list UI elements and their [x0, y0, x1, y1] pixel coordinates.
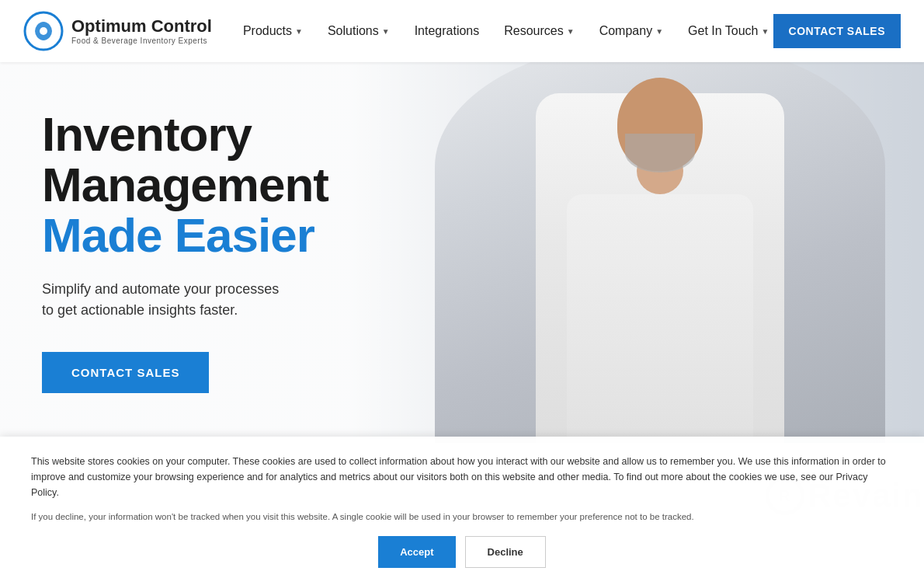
- hero-title: Inventory Management Made Easier: [42, 109, 415, 260]
- cookie-main-text: This website stores cookies on your comp…: [31, 454, 893, 500]
- nav-resources[interactable]: Resources ▼: [504, 24, 574, 38]
- nav-get-in-touch[interactable]: Get In Touch ▼: [688, 24, 769, 38]
- chevron-down-icon: ▼: [382, 27, 390, 36]
- chevron-down-icon: ▼: [761, 27, 769, 36]
- nav-links: Products ▼ Solutions ▼ Integrations Reso…: [243, 24, 773, 38]
- navbar: Optimum Control Food & Beverage Inventor…: [0, 0, 924, 62]
- cookie-accept-button[interactable]: Accept: [378, 536, 455, 568]
- hero-chef-image: [435, 62, 885, 443]
- cookie-decline-button[interactable]: Decline: [465, 536, 546, 568]
- hero-content: Inventory Management Made Easier Simplif…: [42, 109, 415, 393]
- nav-integrations[interactable]: Integrations: [415, 24, 480, 38]
- nav-company[interactable]: Company ▼: [599, 24, 663, 38]
- cookie-secondary-text: If you decline, your information won't b…: [31, 510, 893, 524]
- cookie-buttons: Accept Decline: [31, 536, 893, 568]
- logo-icon: [23, 11, 64, 51]
- chevron-down-icon: ▼: [655, 27, 663, 36]
- cookie-banner: This website stores cookies on your comp…: [0, 437, 924, 585]
- hero-subtitle: Simplify and automate your processes to …: [42, 279, 415, 321]
- chevron-down-icon: ▼: [567, 27, 575, 36]
- nav-solutions[interactable]: Solutions ▼: [328, 24, 390, 38]
- hero-section: Inventory Management Made Easier Simplif…: [0, 62, 924, 443]
- svg-point-1: [40, 27, 47, 35]
- nav-cta-button[interactable]: CONTACT SALES: [773, 14, 901, 49]
- logo-tagline: Food & Beverage Inventory Experts: [71, 37, 212, 45]
- chevron-down-icon: ▼: [295, 27, 303, 36]
- nav-products[interactable]: Products ▼: [243, 24, 303, 38]
- logo-name: Optimum Control: [71, 17, 212, 36]
- logo[interactable]: Optimum Control Food & Beverage Inventor…: [23, 11, 212, 51]
- hero-cta-button[interactable]: CONTACT SALES: [42, 352, 209, 393]
